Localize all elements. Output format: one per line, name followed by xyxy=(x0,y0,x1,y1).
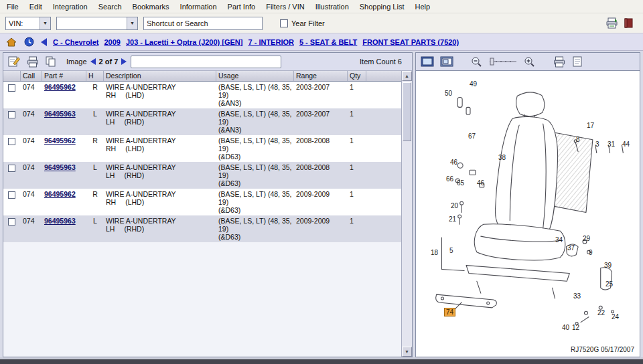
row-checkbox[interactable] xyxy=(8,84,15,92)
table-row[interactable]: 07496495963LWIRE A-UNDERTRAY LH(RHD)(BAS… xyxy=(3,215,401,242)
part-number-link[interactable]: 96495963 xyxy=(44,217,76,225)
menu-item[interactable]: Help xyxy=(415,3,430,11)
menu-item[interactable]: Part Info xyxy=(228,3,256,11)
part-callout[interactable]: 39 xyxy=(604,262,612,269)
row-checkbox[interactable] xyxy=(8,191,15,199)
zoom-out-icon[interactable] xyxy=(470,56,483,68)
row-checkbox[interactable] xyxy=(8,138,15,145)
history-icon[interactable] xyxy=(23,36,35,48)
part-callout[interactable]: 67 xyxy=(468,132,476,140)
part-number-link[interactable]: 96495962 xyxy=(44,136,76,145)
menu-item[interactable]: Filters / VIN xyxy=(266,3,304,11)
print-icon[interactable] xyxy=(25,55,40,68)
part-callout[interactable]: 29 xyxy=(583,235,590,242)
menu-item[interactable]: Bookmarks xyxy=(133,3,169,11)
part-callout[interactable]: 3 xyxy=(595,141,599,148)
vin-select[interactable]: VIN: ▼ xyxy=(5,17,51,30)
part-callout[interactable]: 50 xyxy=(445,90,452,97)
scroll-down-icon[interactable]: ▼ xyxy=(402,347,412,357)
part-callout[interactable]: 24 xyxy=(612,313,619,321)
part-callout[interactable]: 38 xyxy=(498,154,506,161)
column-header[interactable] xyxy=(3,71,21,81)
part-callout[interactable]: 46 xyxy=(450,159,457,166)
chevron-down-icon[interactable]: ▼ xyxy=(40,17,50,29)
breadcrumb-link[interactable]: FRONT SEAT PARTS (7520) xyxy=(362,38,459,46)
breadcrumb-link[interactable]: 5 - SEAT & BELT xyxy=(299,38,357,46)
parts-filter-input[interactable] xyxy=(131,56,281,68)
seat-illustration-view[interactable]: 4950671783314438466665462021185342937939… xyxy=(415,70,640,357)
report-icon[interactable] xyxy=(623,17,635,29)
table-row[interactable]: 07496495962RWIRE A-UNDERTRAY RH(LHD)(BAS… xyxy=(3,135,401,162)
scrollbar-thumb[interactable] xyxy=(403,82,411,141)
column-header[interactable]: Description xyxy=(104,71,216,81)
part-callout[interactable]: 34 xyxy=(555,236,563,244)
menu-item[interactable]: Edit xyxy=(29,3,42,11)
year-filter-checkbox[interactable] xyxy=(280,19,288,27)
part-callout[interactable]: 40 xyxy=(562,324,569,331)
table-row[interactable]: 07496495962RWIRE A-UNDERTRAY RH(LHD)(BAS… xyxy=(3,189,401,215)
column-header[interactable]: H xyxy=(86,71,104,81)
search-input[interactable] xyxy=(143,17,263,30)
breadcrumb-link[interactable]: 7 - INTERIOR xyxy=(248,38,293,46)
copy-icon[interactable] xyxy=(44,55,57,68)
part-callout[interactable]: 20 xyxy=(451,202,458,209)
part-callout[interactable]: 12 xyxy=(572,324,579,331)
breadcrumb-link[interactable]: J03 - Lacetti + Optra (J200) [GEN] xyxy=(126,38,243,46)
table-scrollbar[interactable]: ▲ ▼ xyxy=(401,71,412,357)
print-icon[interactable] xyxy=(552,55,567,68)
part-callout[interactable]: 74 xyxy=(444,308,455,316)
part-callout[interactable]: 49 xyxy=(470,80,477,88)
part-callout[interactable]: 25 xyxy=(605,280,613,288)
part-number-link[interactable]: 96495962 xyxy=(44,190,76,198)
fit-image-icon[interactable] xyxy=(439,56,454,68)
row-checkbox[interactable] xyxy=(8,165,15,172)
row-checkbox[interactable] xyxy=(8,111,15,118)
back-icon[interactable] xyxy=(41,38,47,46)
part-callout[interactable]: 8 xyxy=(576,136,580,143)
part-callout[interactable]: 17 xyxy=(587,122,594,129)
menu-item[interactable]: File xyxy=(7,3,19,11)
column-header[interactable]: Call xyxy=(21,71,42,81)
table-row[interactable]: 07496495963LWIRE A-UNDERTRAY LH(RHD)(BAS… xyxy=(3,162,401,189)
scroll-up-icon[interactable]: ▲ xyxy=(402,71,412,81)
table-row[interactable]: 07496495963LWIRE A-UNDERTRAY LH(RHD)(BAS… xyxy=(3,108,401,135)
column-header[interactable]: Range xyxy=(294,71,348,81)
part-callout[interactable]: 31 xyxy=(608,141,615,148)
part-callout[interactable]: 5 xyxy=(449,247,453,254)
year-filter[interactable]: Year Filter xyxy=(280,19,325,27)
column-header[interactable]: Qty xyxy=(348,71,366,81)
part-callout[interactable]: 65 xyxy=(457,179,464,187)
breadcrumb-link[interactable]: C - Chevrolet xyxy=(53,38,98,46)
part-callout[interactable]: 44 xyxy=(622,141,630,148)
part-callout[interactable]: 37 xyxy=(567,244,575,252)
menu-item[interactable]: Illustration xyxy=(315,3,349,11)
part-callout[interactable]: 18 xyxy=(431,249,438,256)
menu-item[interactable]: Integration xyxy=(53,3,88,11)
zoom-in-icon[interactable] xyxy=(523,56,536,68)
model-select[interactable]: ▼ xyxy=(56,17,138,30)
part-callout[interactable]: 33 xyxy=(573,292,581,300)
next-image-icon[interactable] xyxy=(121,58,127,65)
part-callout[interactable]: 21 xyxy=(449,215,456,223)
notes-icon[interactable] xyxy=(571,55,583,68)
part-callout[interactable]: 22 xyxy=(597,309,605,316)
column-header[interactable]: Usage xyxy=(216,71,294,81)
breadcrumb-link[interactable]: 2009 xyxy=(104,38,120,46)
part-callout[interactable]: 66 xyxy=(446,175,453,183)
edit-icon[interactable] xyxy=(7,55,21,68)
column-header[interactable]: Part # xyxy=(42,71,86,81)
part-callout[interactable]: 9 xyxy=(589,249,593,256)
menu-item[interactable]: Shopping List xyxy=(360,3,405,11)
part-number-link[interactable]: 96495962 xyxy=(44,83,76,91)
home-icon[interactable] xyxy=(5,37,17,48)
menu-item[interactable]: Search xyxy=(98,3,122,11)
table-row[interactable]: 07496495962RWIRE A-UNDERTRAY RH(LHD)(BAS… xyxy=(3,82,401,108)
chevron-down-icon[interactable]: ▼ xyxy=(127,17,137,29)
print-icon[interactable] xyxy=(605,17,619,29)
part-number-link[interactable]: 96495963 xyxy=(44,163,76,171)
zoom-slider[interactable] xyxy=(488,56,518,67)
row-checkbox[interactable] xyxy=(8,218,15,225)
menu-item[interactable]: Information xyxy=(180,3,217,11)
image-icon[interactable] xyxy=(420,56,435,68)
part-callout[interactable]: 46 xyxy=(477,179,484,187)
